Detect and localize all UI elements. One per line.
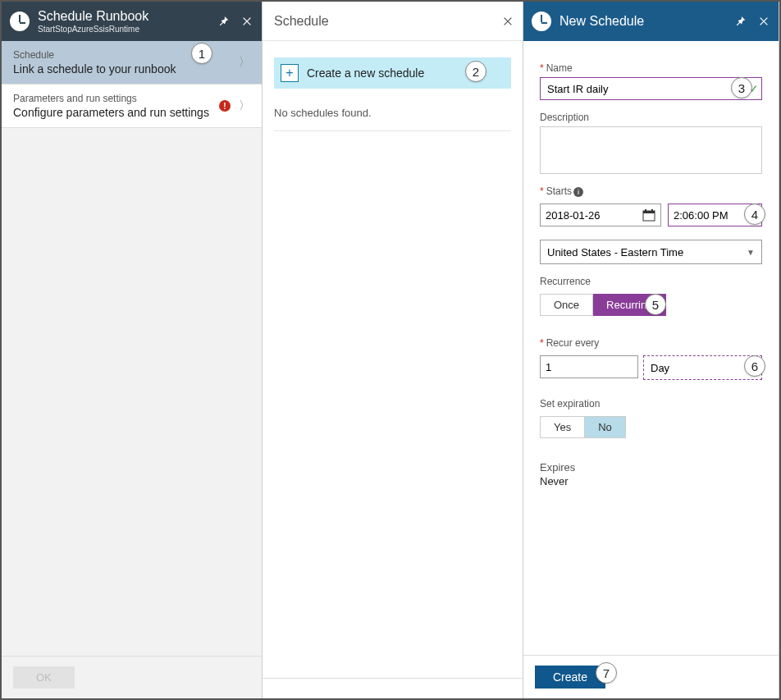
nav-value: Configure parameters and run settings [13,106,219,119]
name-label: *Name [540,62,762,74]
recurrence-label: Recurrence [540,276,762,287]
date-value: 2018-01-26 [546,209,601,222]
panel-1-subtitle: StartStopAzureSsisRuntime [38,25,216,34]
panel-2-header: Schedule [263,2,523,41]
chevron-down-icon: ▼ [747,248,755,257]
name-input[interactable] [540,77,762,100]
start-time-input[interactable] [668,204,762,226]
recurrence-toggle: Once Recurring 5 [540,294,762,316]
nav-value: Link a schedule to your runbook [13,62,234,75]
nav-item-schedule[interactable]: Schedule Link a schedule to your runbook… [2,41,262,85]
recurrence-recurring-button[interactable]: Recurring [593,294,666,316]
create-new-schedule-label: Create a new schedule [307,66,424,80]
panel-3-header: New Schedule [523,2,779,41]
check-icon: ✓ [749,82,759,95]
clock-icon [530,10,553,33]
nav-label: Parameters and run settings [13,93,219,104]
close-icon[interactable] [756,13,772,30]
timezone-value: United States - Eastern Time [547,246,683,258]
panel-3-footer: Create 7 [523,655,779,698]
description-input[interactable] [540,126,762,174]
chevron-right-icon: 〉 [239,98,250,113]
description-label: Description [540,112,762,123]
start-date-input[interactable]: 2018-01-26 [540,204,661,226]
ok-button[interactable]: OK [13,666,75,689]
chevron-down-icon: ▼ [747,364,755,373]
create-button[interactable]: Create [535,666,605,689]
create-new-schedule-row[interactable]: + Create a new schedule 2 [274,57,511,89]
calendar-icon [642,208,655,222]
panel-2-footer [263,678,523,698]
recur-number-input[interactable] [540,355,638,378]
expires-value: Never [540,475,762,487]
svg-rect-2 [645,209,646,212]
expiration-no-button[interactable]: No [585,416,626,438]
expires-label: Expires [540,461,762,474]
pin-icon[interactable] [733,13,749,30]
no-schedules-text: No schedules found. [274,107,511,131]
panel-1-title: Schedule Runbook [38,8,216,24]
nav-label: Schedule [13,49,234,61]
alert-icon: ! [219,100,231,112]
recur-every-label: *Recur every [540,337,762,349]
nav-item-parameters[interactable]: Parameters and run settings Configure pa… [2,85,262,128]
recurrence-once-button[interactable]: Once [540,294,593,316]
pin-icon[interactable] [216,13,232,30]
chevron-right-icon: 〉 [239,55,250,70]
panel-1-footer: OK [2,656,262,698]
timezone-select[interactable]: United States - Eastern Time ▼ [540,240,762,264]
new-schedule-panel: New Schedule *Name ✓ 3 Description *Star… [523,2,779,698]
expiration-toggle: Yes No [540,416,762,438]
panel-1-header: Schedule Runbook StartStopAzureSsisRunti… [2,2,262,41]
expiration-yes-button[interactable]: Yes [540,416,585,438]
plus-icon: + [281,64,299,82]
clock-icon [8,10,31,33]
close-icon[interactable] [239,13,255,30]
schedule-runbook-panel: Schedule Runbook StartStopAzureSsisRunti… [2,2,263,698]
expires-block: Expires Never [540,461,762,487]
info-icon[interactable]: i [573,187,583,197]
recur-unit-select[interactable]: Day ▼ [643,355,762,380]
recur-unit-value: Day [651,362,669,374]
schedule-panel: Schedule + Create a new schedule 2 No sc… [263,2,523,698]
starts-label: *Startsi [540,185,762,197]
name-input-wrap: ✓ 3 [540,77,762,100]
close-icon[interactable] [500,13,516,30]
panel-2-title: Schedule [269,13,500,29]
panel-3-title: New Schedule [559,13,733,29]
callout-2: 2 [465,61,486,82]
svg-rect-3 [651,209,653,212]
set-expiration-label: Set expiration [540,398,762,409]
